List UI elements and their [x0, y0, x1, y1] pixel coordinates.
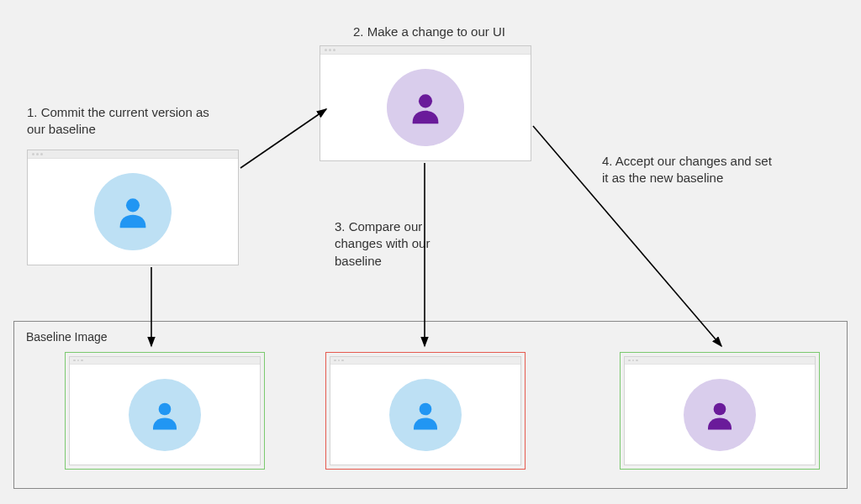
window-titlebar [320, 46, 531, 55]
user-icon [702, 397, 737, 433]
step-3-label: 3. Compare our changes with our baseline [335, 218, 461, 270]
svg-point-3 [420, 402, 432, 415]
user-icon [406, 88, 445, 127]
user-icon [408, 397, 443, 433]
window-changed-ui [320, 45, 531, 161]
user-icon [114, 192, 152, 231]
step-2-label: 2. Make a change to our UI [353, 24, 505, 40]
svg-point-1 [419, 94, 432, 108]
baseline-image-title: Baseline Image [26, 330, 835, 344]
svg-point-0 [126, 198, 140, 212]
svg-point-4 [714, 402, 726, 415]
snapshot-accepted-green [620, 352, 820, 470]
user-icon [147, 397, 182, 433]
arrow-1-to-2 [240, 109, 326, 168]
avatar-circle-purple [387, 69, 464, 146]
baseline-image-container: Baseline Image [13, 321, 848, 489]
avatar-circle-blue [129, 379, 201, 451]
avatar-circle-blue [389, 379, 462, 451]
snapshot-compare-red [325, 352, 526, 470]
avatar-circle-blue [94, 173, 172, 250]
step-1-label: 1. Commit the current version as our bas… [27, 104, 229, 139]
window-baseline-original [27, 150, 239, 265]
step-4-label: 4. Accept our changes and set it as the … [602, 153, 779, 187]
svg-point-2 [159, 402, 172, 415]
avatar-circle-purple [684, 379, 756, 451]
snapshot-baseline-green [65, 352, 265, 470]
window-titlebar [28, 150, 238, 159]
